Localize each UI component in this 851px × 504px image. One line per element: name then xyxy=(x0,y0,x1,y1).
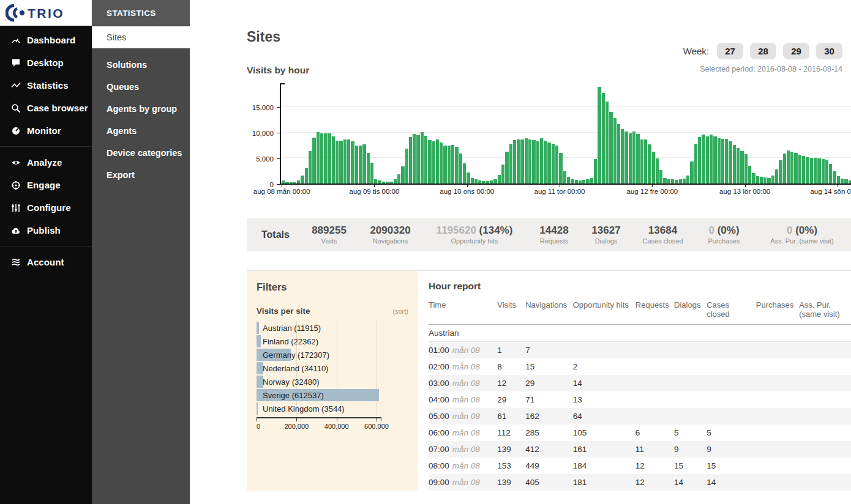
cell-opportunity-hits: 64 xyxy=(573,408,635,424)
table-row: 05:00mån 086116264 xyxy=(429,408,851,424)
cell-cases-closed xyxy=(707,391,756,408)
cell-cases-closed: 15 xyxy=(707,458,756,474)
sidebar-item-label: Configure xyxy=(27,202,71,213)
trio-logo-icon: TRIO xyxy=(6,4,84,22)
visits-bar xyxy=(790,152,793,183)
sidebar-item-engage[interactable]: Engage xyxy=(0,174,92,196)
submenu-item-export[interactable]: Export xyxy=(92,164,190,186)
visits-bar xyxy=(829,164,832,183)
time-value: 07:00 xyxy=(429,445,449,454)
totals-strip: Totals 889255Visits2090320Navigations119… xyxy=(247,218,851,251)
x-tick-label: aug 08 mån 00:00 xyxy=(253,188,310,195)
site-axis-label: 200,000 xyxy=(284,423,309,430)
week-button-27[interactable]: 27 xyxy=(717,43,743,59)
time-cell: 08:00mån 08 xyxy=(429,458,497,474)
column-header-visits: Visits xyxy=(497,298,525,325)
site-bar xyxy=(257,402,258,415)
metric-suffix: (134%) xyxy=(476,224,513,236)
sidebar-item-case-browser[interactable]: Case browser xyxy=(0,97,92,119)
table-row: 09:00mån 08139405181121414 xyxy=(429,474,851,491)
metric-value: 14428 xyxy=(527,224,582,236)
site-filter-row-nederland[interactable]: Nederland (34110) xyxy=(257,361,408,375)
site-filter-row-austrian[interactable]: Austrian (11915) xyxy=(257,321,408,335)
time-cell: 07:00mån 08 xyxy=(429,441,497,458)
visits-bar xyxy=(702,135,705,183)
site-axis-end-tick xyxy=(381,418,381,421)
cell-visits: 139 xyxy=(497,474,525,491)
site-filter-row-finland[interactable]: Finland (22362) xyxy=(257,335,408,348)
time-cell: 03:00mån 08 xyxy=(429,375,497,391)
site-filter-row-norway[interactable]: Norway (32480) xyxy=(257,375,408,388)
cell-ass-pur-same-visit xyxy=(799,391,851,408)
visits-bar xyxy=(467,172,470,183)
submenu-item-sites[interactable]: Sites xyxy=(92,26,190,48)
date-value: mån 08 xyxy=(452,478,480,487)
visits-bar xyxy=(690,161,693,183)
cell-purchases xyxy=(756,474,799,491)
site-label: United Kingdom (3544) xyxy=(263,404,345,413)
site-filter-row-germany[interactable]: Germany (172307) xyxy=(257,348,408,361)
metric-label: Dialogs xyxy=(582,237,631,245)
site-label: Germany (172307) xyxy=(263,350,329,360)
metric-number: 13627 xyxy=(591,224,620,236)
sidebar-item-desktop[interactable]: Desktop xyxy=(0,51,92,74)
cell-cases-closed xyxy=(707,408,756,424)
visits-bar xyxy=(602,93,605,183)
sidebar-item-dashboard[interactable]: Dashboard xyxy=(0,29,92,51)
x-tick-label: aug 12 fre 00:00 xyxy=(626,188,678,195)
visits-bar xyxy=(386,182,389,183)
cell-purchases xyxy=(756,424,799,441)
submenu-item-agents[interactable]: Agents xyxy=(92,120,190,142)
metric-label: Navigations xyxy=(358,237,422,245)
sidebar-item-publish[interactable]: Publish xyxy=(0,219,92,242)
submenu-item-queues[interactable]: Queues xyxy=(92,76,190,98)
cell-opportunity-hits: 105 xyxy=(573,424,635,441)
metric-value: 889255 xyxy=(300,224,358,236)
visits-bar xyxy=(794,153,797,183)
visits-bar xyxy=(849,180,851,183)
visits-bar xyxy=(525,138,528,183)
visits-bar xyxy=(779,160,782,183)
site-label: Norway (32480) xyxy=(263,377,320,387)
week-button-30[interactable]: 30 xyxy=(816,43,842,59)
time-value: 04:00 xyxy=(429,395,449,404)
site-filter-row-sverige[interactable]: Sverige (612537) xyxy=(257,388,408,402)
submenu-item-agents-by-group[interactable]: Agents by group xyxy=(92,98,190,120)
table-row: 06:00mån 08112285105655 xyxy=(429,424,851,441)
time-cell: 02:00mån 08 xyxy=(429,358,497,375)
totals-metric-ass-pur-same-visit: 0 (0%)Ass. Pur. (same visit) xyxy=(753,224,851,245)
visits-bar xyxy=(297,180,300,183)
brand-name: TRIO xyxy=(28,6,64,20)
visits-bar xyxy=(405,149,408,183)
sidebar-item-statistics[interactable]: Statistics xyxy=(0,74,92,97)
metric-label: Requests xyxy=(527,237,582,245)
visits-bar xyxy=(355,146,358,183)
y-tick-label: 15,000 xyxy=(252,104,274,111)
visits-by-hour-chart: 05,00010,00015,000 xyxy=(247,83,851,185)
site-filter-row-united-kingdom[interactable]: United Kingdom (3544) xyxy=(257,402,408,415)
cell-opportunity-hits: 13 xyxy=(573,391,635,408)
sort-link[interactable]: (sort) xyxy=(392,308,408,315)
y-axis: 05,00010,00015,000 xyxy=(247,83,280,185)
submenu-item-device-categories[interactable]: Device categories xyxy=(92,142,190,164)
visits-bar xyxy=(582,180,585,183)
visits-bar xyxy=(505,152,508,183)
chart-bars xyxy=(281,83,851,183)
week-button-29[interactable]: 29 xyxy=(783,43,809,59)
visits-bar xyxy=(579,180,582,183)
week-button-28[interactable]: 28 xyxy=(750,43,776,59)
brand-logo[interactable]: TRIO xyxy=(0,0,92,26)
visits-bar xyxy=(802,156,805,183)
sidebar-item-account[interactable]: Account xyxy=(0,251,92,273)
hour-report-table: TimeVisitsNavigationsOpportunity hitsReq… xyxy=(429,298,851,491)
column-header-navigations: Navigations xyxy=(525,298,573,325)
sidebar-item-monitor[interactable]: Monitor xyxy=(0,119,92,142)
site-axis-label: 600,000 xyxy=(364,423,389,430)
visits-bar xyxy=(752,173,755,183)
submenu-item-solutions[interactable]: Solutions xyxy=(92,54,190,76)
sidebar-item-configure[interactable]: Configure xyxy=(0,196,92,219)
sidebar-item-analyze[interactable]: Analyze xyxy=(0,151,92,174)
date-value: mån 08 xyxy=(452,379,480,388)
visits-bar xyxy=(686,176,689,183)
cell-navigations: 15 xyxy=(525,358,573,375)
